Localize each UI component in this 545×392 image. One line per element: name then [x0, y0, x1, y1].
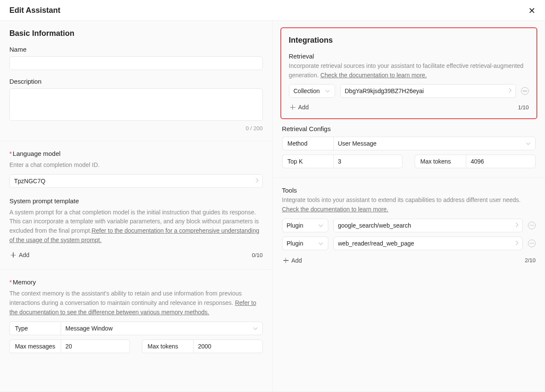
language-model-hint: Enter a chat completion model ID. — [9, 161, 263, 170]
topk-input[interactable] — [333, 155, 403, 168]
system-prompt-hint: A system prompt for a chat completion mo… — [9, 208, 263, 245]
memory-type-label: Type — [9, 322, 61, 335]
tools-add-row: Add 2/10 — [282, 255, 536, 266]
retrieval-configs-label: Retrieval Configs — [282, 125, 536, 132]
retrieval-config-numeric-row: Top K Max tokens — [282, 155, 536, 168]
system-prompt-add-button[interactable]: Add — [9, 250, 30, 260]
required-icon: * — [9, 150, 12, 157]
modal-header: Edit Assistant ✕ — [0, 0, 545, 20]
remove-icon[interactable] — [528, 222, 536, 229]
retrieval-value-select[interactable]: DbgYaR9kjsdg39BZ7H26eyai — [340, 84, 516, 98]
memory-max-messages: Max messages — [9, 339, 130, 353]
method-label: Method — [282, 137, 333, 150]
memory-label: *Memory — [9, 278, 263, 286]
retrieval-max-tokens-label: Max tokens — [415, 155, 466, 168]
right-column: Integrations Retrieval Incorporate retri… — [273, 20, 545, 392]
description-field: Description 0 / 200 — [9, 78, 263, 132]
integrations-title: Integrations — [289, 36, 529, 45]
chevron-right-icon — [507, 89, 511, 93]
name-field: Name — [9, 46, 263, 70]
retrieval-hint: Incorporate retrieval sources into your … — [289, 61, 529, 80]
chevron-right-icon — [514, 241, 518, 246]
modal-body: Basic Information Name Description 0 / 2… — [0, 20, 545, 392]
retrieval-doc-link[interactable]: Check the documentation to learn more. — [320, 72, 427, 79]
tool-row-0: Plugin google_search/web_search — [282, 219, 536, 232]
retrieval-add-row: Add 1/10 — [289, 102, 529, 112]
chevron-down-icon — [254, 326, 258, 331]
method-select[interactable]: User Message — [333, 137, 536, 150]
retrieval-method-row: Method User Message — [282, 137, 536, 150]
max-tokens-input[interactable] — [193, 339, 262, 353]
tools-section: Tools Integrate tools into your assistan… — [273, 178, 545, 275]
close-icon[interactable]: ✕ — [528, 6, 536, 15]
memory-type-row: Type Message Window — [9, 322, 263, 335]
tool-value-select[interactable]: google_search/web_search — [333, 219, 523, 232]
memory-hint: The context memory is the assistant's ab… — [9, 289, 263, 317]
max-messages-label: Max messages — [9, 339, 61, 353]
retrieval-max-tokens-input[interactable] — [466, 155, 536, 168]
language-model-section: *Language model Enter a chat completion … — [0, 141, 272, 270]
retrieval-row-0: Collection DbgYaR9kjsdg39BZ7H26eyai — [289, 84, 529, 98]
memory-section: *Memory The context memory is the assist… — [0, 270, 272, 362]
left-column: Basic Information Name Description 0 / 2… — [0, 20, 273, 392]
tools-count: 2/10 — [525, 257, 536, 263]
tool-type-select[interactable]: Plugin — [282, 237, 328, 250]
max-messages-input[interactable] — [61, 339, 130, 353]
memory-type-select[interactable]: Message Window — [61, 322, 263, 335]
chevron-right-icon — [254, 179, 258, 183]
retrieval-type-select[interactable]: Collection — [289, 84, 335, 98]
tools-hint: Integrate tools into your assistant to e… — [282, 196, 536, 214]
name-input[interactable] — [9, 56, 263, 70]
memory-numeric-row: Max messages Max tokens — [9, 339, 263, 353]
chevron-down-icon — [527, 141, 531, 146]
description-counter: 0 / 200 — [9, 125, 263, 132]
system-prompt-label: System prompt template — [9, 197, 263, 205]
retrieval-max-tokens: Max tokens — [415, 155, 536, 168]
tools-doc-link[interactable]: Check the documentation to learn more. — [282, 206, 389, 213]
chevron-down-icon — [319, 241, 324, 246]
description-label: Description — [9, 78, 263, 85]
language-model-label: *Language model — [9, 150, 263, 157]
edit-assistant-modal: Edit Assistant ✕ Basic Information Name … — [0, 0, 545, 392]
max-tokens-label: Max tokens — [142, 339, 193, 353]
plus-icon — [290, 104, 296, 110]
language-model-select[interactable]: TpzNGC7Q — [9, 174, 263, 188]
chevron-down-icon — [319, 223, 324, 228]
system-prompt-add-row: Add 0/10 — [9, 250, 263, 260]
system-prompt-count: 0/10 — [252, 252, 262, 258]
modal-title: Edit Assistant — [9, 6, 60, 15]
basic-info-section: Basic Information Name Description 0 / 2… — [0, 20, 272, 141]
retrieval-count: 1/10 — [518, 104, 529, 111]
description-input[interactable] — [9, 88, 263, 121]
basic-info-title: Basic Information — [9, 29, 263, 38]
topk-label: Top K — [282, 155, 333, 168]
tool-row-1: Plugin web_reader/read_web_page — [282, 237, 536, 250]
name-label: Name — [9, 46, 263, 53]
plus-icon — [10, 252, 16, 258]
remove-icon[interactable] — [521, 87, 529, 95]
chevron-down-icon — [326, 89, 330, 93]
tool-type-select[interactable]: Plugin — [282, 219, 328, 232]
retrieval-add-button[interactable]: Add — [289, 102, 310, 112]
tools-add-button[interactable]: Add — [282, 255, 303, 266]
retrieval-label: Retrieval — [289, 53, 529, 60]
retrieval-highlight: Integrations Retrieval Incorporate retri… — [280, 27, 538, 119]
plus-icon — [283, 257, 289, 263]
memory-max-tokens: Max tokens — [142, 339, 262, 353]
tools-label: Tools — [282, 187, 536, 194]
required-icon: * — [9, 278, 12, 286]
remove-icon[interactable] — [528, 240, 536, 247]
integrations-section: Integrations Retrieval Incorporate retri… — [273, 20, 545, 178]
retrieval-topk: Top K — [282, 155, 403, 168]
chevron-right-icon — [514, 223, 518, 228]
tool-value-select[interactable]: web_reader/read_web_page — [333, 237, 523, 250]
